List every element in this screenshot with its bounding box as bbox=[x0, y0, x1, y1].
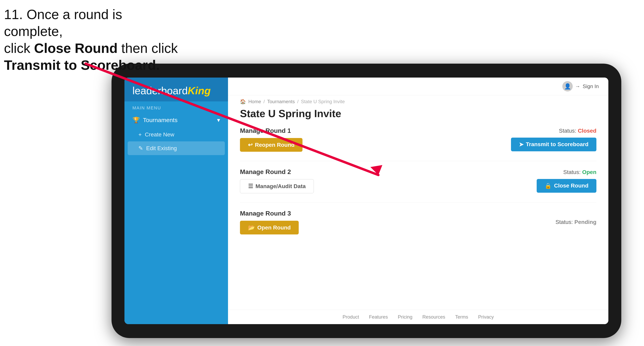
instruction-transmit: Transmit to Scoreboard. bbox=[4, 57, 160, 73]
sidebar-item-edit-existing[interactable]: ✎ Edit Existing bbox=[128, 141, 225, 155]
round-1-divider bbox=[240, 161, 596, 161]
instruction-line2: click Close Round then click bbox=[4, 40, 178, 56]
sidebar-item-tournaments[interactable]: 🏆 Tournaments ▾ bbox=[124, 112, 228, 128]
round-2-status-value: Open bbox=[582, 169, 596, 175]
sidebar-item-create-new[interactable]: + Create New bbox=[124, 128, 228, 141]
round-1-status: Status: Closed bbox=[559, 128, 596, 134]
reopen-round-label: Reopen Round bbox=[255, 142, 294, 148]
main-menu-label: MAIN MENU bbox=[124, 101, 228, 112]
breadcrumb-tournaments[interactable]: Tournaments bbox=[267, 99, 295, 104]
breadcrumb: 🏠 Home / Tournaments / State U Spring In… bbox=[228, 95, 608, 106]
lock-icon: 🔒 bbox=[545, 182, 552, 189]
round-3-title: Manage Round 3 bbox=[240, 210, 299, 217]
audit-icon: ☰ bbox=[248, 183, 253, 189]
app-layout: leaderboardKing MAIN MENU 🏆 Tournaments … bbox=[124, 78, 608, 324]
close-round-button[interactable]: 🔒 Close Round bbox=[537, 179, 596, 193]
round-2-divider bbox=[240, 202, 596, 203]
trophy-icon: 🏆 bbox=[132, 117, 140, 124]
open-round-label: Open Round bbox=[257, 224, 291, 231]
footer-link-features[interactable]: Features bbox=[369, 314, 388, 320]
instruction-text: 11. Once a round is complete, click Clos… bbox=[4, 6, 183, 74]
footer-link-resources[interactable]: Resources bbox=[422, 314, 445, 320]
edit-icon: ✎ bbox=[138, 145, 143, 152]
tablet-screen: leaderboardKing MAIN MENU 🏆 Tournaments … bbox=[124, 78, 608, 324]
footer-link-terms[interactable]: Terms bbox=[455, 314, 468, 320]
manage-audit-data-button[interactable]: ☰ Manage/Audit Data bbox=[240, 179, 314, 193]
edit-existing-label: Edit Existing bbox=[146, 145, 177, 152]
transmit-icon: ➤ bbox=[519, 141, 524, 148]
transmit-to-scoreboard-button[interactable]: ➤ Transmit to Scoreboard bbox=[511, 138, 596, 151]
footer-link-product[interactable]: Product bbox=[342, 314, 359, 320]
round-2-left: Manage Round 2 ☰ Manage/Audit Data bbox=[240, 168, 314, 193]
breadcrumb-home[interactable]: Home bbox=[248, 99, 261, 104]
round-2-title: Manage Round 2 bbox=[240, 168, 314, 175]
round-1-section: Manage Round 1 ↩ Reopen Round Status: Cl… bbox=[240, 127, 596, 152]
sign-in-arrow-icon: → bbox=[575, 83, 580, 89]
sign-in-button[interactable]: 👤 → Sign In bbox=[562, 81, 599, 91]
round-1-title: Manage Round 1 bbox=[240, 127, 302, 134]
breadcrumb-sep1: / bbox=[264, 99, 265, 104]
sign-in-label: Sign In bbox=[583, 83, 599, 89]
open-round-button[interactable]: 📂 Open Round bbox=[240, 221, 299, 234]
round-3-section: Manage Round 3 📂 Open Round Status: Pend… bbox=[240, 210, 596, 234]
round-2-status: Status: Open bbox=[563, 169, 596, 175]
round-2-section: Manage Round 2 ☰ Manage/Audit Data Statu… bbox=[240, 168, 596, 193]
create-new-label: Create New bbox=[145, 132, 174, 138]
instruction-line1: 11. Once a round is complete, bbox=[4, 7, 122, 39]
plus-icon: + bbox=[138, 132, 142, 138]
page-title: State U Spring Invite bbox=[228, 106, 608, 125]
transmit-to-scoreboard-label: Transmit to Scoreboard bbox=[526, 141, 588, 148]
reopen-icon: ↩ bbox=[248, 142, 252, 148]
round-3-status: Status: Pending bbox=[556, 219, 596, 225]
main-content: 👤 → Sign In 🏠 Home / Tournaments / State… bbox=[228, 78, 608, 324]
round-3-status-value: Pending bbox=[574, 219, 596, 225]
sidebar: leaderboardKing MAIN MENU 🏆 Tournaments … bbox=[124, 78, 228, 324]
sidebar-logo: leaderboardKing bbox=[124, 78, 228, 101]
round-3-right: Status: Pending bbox=[556, 219, 596, 225]
breadcrumb-current: State U Spring Invite bbox=[301, 99, 345, 104]
logo: leaderboardKing bbox=[132, 85, 220, 97]
breadcrumb-sep2: / bbox=[297, 99, 298, 104]
round-1-right: Status: Closed ➤ Transmit to Scoreboard bbox=[511, 128, 596, 151]
open-round-icon: 📂 bbox=[248, 224, 255, 231]
reopen-round-button[interactable]: ↩ Reopen Round bbox=[240, 138, 302, 152]
manage-audit-data-label: Manage/Audit Data bbox=[256, 183, 306, 189]
footer: Product Features Pricing Resources Terms… bbox=[228, 310, 608, 324]
content-area: Manage Round 1 ↩ Reopen Round Status: Cl… bbox=[228, 125, 608, 310]
close-round-label: Close Round bbox=[554, 182, 588, 189]
round-1-left: Manage Round 1 ↩ Reopen Round bbox=[240, 127, 302, 152]
footer-link-privacy[interactable]: Privacy bbox=[478, 314, 494, 320]
avatar: 👤 bbox=[562, 81, 573, 91]
home-icon: 🏠 bbox=[240, 99, 246, 104]
chevron-down-icon: ▾ bbox=[217, 117, 220, 124]
footer-link-pricing[interactable]: Pricing bbox=[398, 314, 412, 320]
round-1-status-value: Closed bbox=[578, 128, 596, 134]
instruction-close-round: Close Round bbox=[34, 40, 118, 56]
round-3-left: Manage Round 3 📂 Open Round bbox=[240, 210, 299, 234]
tablet-shell: leaderboardKing MAIN MENU 🏆 Tournaments … bbox=[112, 64, 621, 338]
logo-king: King bbox=[188, 85, 211, 96]
round-2-right: Status: Open 🔒 Close Round bbox=[537, 169, 596, 193]
top-bar: 👤 → Sign In bbox=[228, 78, 608, 95]
sidebar-nav: 🏆 Tournaments ▾ + Create New ✎ Edit Exis… bbox=[124, 112, 228, 324]
sidebar-tournaments-label: Tournaments bbox=[143, 117, 178, 124]
